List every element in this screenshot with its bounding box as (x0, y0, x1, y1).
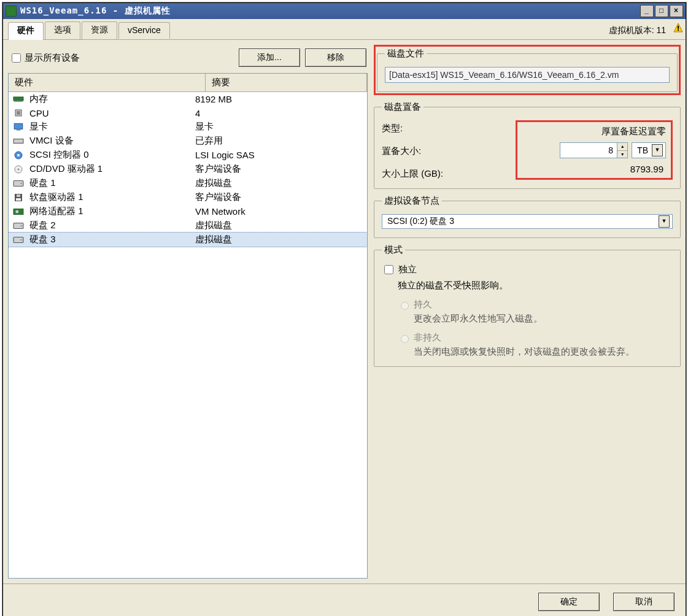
device-node-select[interactable]: SCSI (0:2) 硬盘 3 ▼ (382, 214, 673, 229)
svg-rect-17 (17, 194, 20, 197)
minimize-button[interactable]: _ (640, 5, 654, 17)
mode-fieldset: 模式 独立 独立的磁盘不受快照影响。 持久 更改会立即永久性地写入磁盘。 非持久… (374, 244, 681, 367)
app-icon (6, 6, 17, 17)
svg-point-11 (17, 154, 20, 156)
device-node-value: SCSI (0:2) 硬盘 3 (387, 216, 655, 227)
table-row[interactable]: CD/DVD 驱动器 1客户端设备 (9, 162, 367, 176)
ok-button[interactable]: 确定 (538, 593, 600, 611)
prov-type-value: 厚置备延迟置零 (522, 126, 666, 137)
tab-bar: 硬件 选项 资源 vService 虚拟机版本: 11 (3, 19, 686, 40)
persistent-label: 持久 (414, 299, 432, 310)
table-row[interactable]: 内存8192 MB (9, 92, 367, 106)
video-icon (12, 121, 25, 133)
svg-rect-20 (16, 210, 19, 213)
device-name: 硬盘 2 (29, 220, 193, 231)
device-summary: VM Network (193, 206, 367, 217)
device-summary: 虚拟磁盘 (193, 177, 367, 189)
svg-rect-8 (17, 129, 21, 130)
disk-icon (12, 234, 25, 245)
svg-rect-3 (14, 97, 23, 101)
device-name: 内存 (29, 93, 193, 105)
svg-rect-6 (17, 111, 20, 115)
device-name: 硬盘 1 (29, 177, 193, 189)
scsi-icon (12, 150, 25, 161)
persistent-radio[interactable]: 持久 (398, 299, 673, 310)
show-all-devices-label: 显示所有设备 (25, 52, 80, 64)
dialog-button-bar: 确定 取消 (3, 583, 686, 616)
provisioning-legend: 磁盘置备 (382, 101, 423, 113)
table-row[interactable]: 显卡显卡 (9, 120, 367, 134)
device-name: SCSI 控制器 0 (29, 149, 193, 161)
nonpersistent-label: 非持久 (414, 332, 441, 344)
show-all-devices-checkbox[interactable]: 显示所有设备 (9, 52, 80, 64)
mode-legend: 模式 (382, 244, 405, 256)
tab-resources[interactable]: 资源 (82, 21, 117, 39)
tab-options[interactable]: 选项 (45, 21, 80, 39)
spinner-arrows[interactable]: ▲▼ (617, 143, 627, 158)
table-row[interactable]: SCSI 控制器 0LSI Logic SAS (9, 148, 367, 162)
device-name: CPU (29, 108, 193, 118)
prov-max-label: 大小上限 (GB): (382, 168, 511, 180)
remove-button[interactable]: 移除 (305, 48, 366, 67)
memory-icon (12, 94, 25, 105)
table-row[interactable]: 硬盘 1虚拟磁盘 (9, 176, 367, 190)
col-summary[interactable]: 摘要 (206, 74, 367, 91)
maximize-button[interactable]: □ (655, 5, 668, 17)
disk-file-path-input[interactable] (385, 67, 670, 83)
tab-vservice[interactable]: vService (118, 22, 170, 39)
device-node-fieldset: 虚拟设备节点 SCSI (0:2) 硬盘 3 ▼ (374, 195, 681, 238)
nonpersistent-radio[interactable]: 非持久 (398, 332, 673, 344)
disk-file-legend: 磁盘文件 (385, 48, 427, 60)
floppy-icon (12, 192, 25, 203)
provisioning-highlight: 厚置备延迟置零 ▲▼ TB ▼ 8793.99 (516, 120, 673, 180)
disk-icon (12, 220, 25, 231)
device-summary: 4 (193, 108, 367, 118)
svg-rect-18 (16, 198, 21, 201)
col-hardware[interactable]: 硬件 (9, 74, 206, 91)
svg-rect-9 (14, 139, 23, 143)
device-name: 网络适配器 1 (29, 206, 193, 217)
provisioned-size-spinner[interactable]: ▲▼ (560, 142, 628, 158)
table-row[interactable]: 网络适配器 1VM Network (9, 204, 367, 218)
cancel-button[interactable]: 取消 (613, 593, 675, 611)
provisioned-size-input[interactable] (560, 143, 617, 158)
device-summary: 8192 MB (193, 94, 367, 104)
device-summary: 客户端设备 (193, 163, 367, 175)
vm-version-label: 虚拟机版本: 11 (609, 25, 681, 36)
table-row[interactable]: VMCI 设备已弃用 (9, 134, 367, 148)
device-summary: 客户端设备 (193, 191, 367, 203)
svg-point-15 (20, 182, 21, 183)
independent-note: 独立的磁盘不受快照影响。 (398, 280, 673, 291)
prov-max-value: 8793.99 (520, 164, 666, 174)
vmci-icon (12, 136, 25, 147)
provisioning-fieldset: 磁盘置备 类型: 置备大小: 大小上限 (GB): 厚置备延迟置零 ▲▼ (374, 101, 681, 189)
right-pane: 磁盘文件 磁盘置备 类型: 置备大小: 大小上限 (GB): 厚置备延迟置零 (374, 45, 681, 579)
table-row[interactable]: 硬盘 2虚拟磁盘 (9, 218, 367, 233)
window-titlebar[interactable]: WS16_Veeam_6.16 - 虚拟机属性 _ □ × (3, 3, 686, 19)
size-unit-select[interactable]: TB ▼ (632, 142, 666, 158)
chevron-down-icon[interactable]: ▼ (659, 215, 670, 228)
add-button[interactable]: 添加... (239, 48, 300, 67)
table-row[interactable]: 软盘驱动器 1客户端设备 (9, 190, 367, 204)
chevron-down-icon[interactable]: ▼ (652, 144, 663, 156)
independent-label: 独立 (398, 264, 417, 275)
table-row[interactable]: CPU4 (9, 106, 367, 120)
nonpersistent-note: 当关闭电源或恢复快照时，对该磁盘的更改会被丢弃。 (414, 346, 673, 358)
left-pane: 显示所有设备 添加... 移除 硬件 摘要 内存8192 MBCPU4显卡显卡V… (8, 45, 368, 579)
table-row[interactable]: 硬盘 3虚拟磁盘 (9, 233, 367, 247)
svg-rect-2 (678, 29, 679, 31)
cd-icon (12, 164, 25, 175)
svg-point-22 (20, 225, 21, 226)
disk-file-fieldset: 磁盘文件 (377, 48, 678, 92)
svg-point-24 (20, 239, 21, 240)
device-name: VMCI 设备 (29, 135, 193, 147)
device-node-legend: 虚拟设备节点 (382, 195, 442, 207)
tab-hardware[interactable]: 硬件 (8, 22, 44, 40)
nic-icon (12, 206, 25, 217)
independent-checkbox[interactable]: 独立 (382, 263, 673, 276)
prov-type-label: 类型: (382, 123, 511, 134)
device-table-header: 硬件 摘要 (9, 74, 367, 92)
device-table: 硬件 摘要 内存8192 MBCPU4显卡显卡VMCI 设备已弃用SCSI 控制… (8, 73, 368, 579)
svg-rect-7 (14, 123, 23, 129)
close-button[interactable]: × (670, 5, 683, 17)
